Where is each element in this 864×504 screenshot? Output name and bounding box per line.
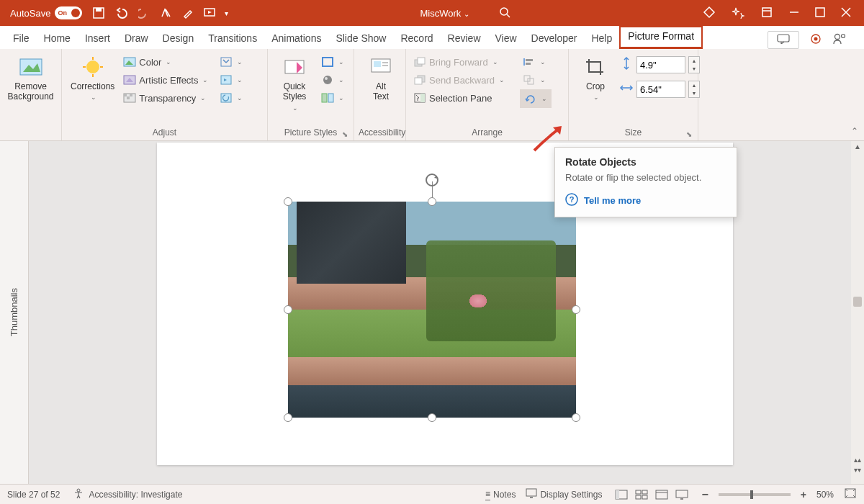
group-button[interactable]: ⌄ [520,71,552,89]
save-icon[interactable] [92,6,105,19]
prev-slide-icon[interactable]: ▴▴ [852,456,863,465]
picture-effects-button[interactable]: ⌄ [318,71,347,89]
compress-pictures-button[interactable]: ⌄ [217,53,246,71]
slide-counter[interactable]: Slide 27 of 52 [7,490,60,500]
height-up[interactable]: ▲ [689,57,699,65]
alt-text-button[interactable]: Alt Text [359,50,403,102]
tab-help[interactable]: Help [584,30,619,49]
rotate-button[interactable]: ⌄ [520,89,552,108]
fit-to-window-button[interactable] [844,487,857,501]
slideshow-view-button[interactable] [672,487,691,502]
svg-point-13 [814,37,818,41]
share-icon[interactable] [832,32,847,48]
touch-mode-icon[interactable] [160,6,173,19]
transparency-button[interactable]: Transparency⌄ [120,89,211,107]
redo-icon[interactable] [138,6,151,19]
tab-insert[interactable]: Insert [78,30,117,49]
tab-transitions[interactable]: Transitions [201,30,264,49]
align-icon [523,55,536,68]
quick-styles-button[interactable]: Quick Styles⌄ [272,50,317,112]
tab-home[interactable]: Home [37,30,78,49]
tab-slideshow[interactable]: Slide Show [328,30,393,49]
svg-line-4 [507,14,510,17]
tab-developer[interactable]: Developer [524,30,585,49]
scroll-thumb[interactable] [853,297,862,307]
tab-view[interactable]: View [488,30,524,49]
undo-icon[interactable] [114,6,130,19]
normal-view-button[interactable] [612,487,631,502]
thumbnails-pane[interactable]: Thumbnails [0,141,29,484]
resize-handle-s[interactable] [428,413,436,422]
resize-handle-se[interactable] [572,413,580,422]
svg-rect-68 [676,490,688,498]
tab-file[interactable]: File [6,30,37,49]
doc-title[interactable]: MiscWork ⌄ [420,8,469,19]
zoom-level[interactable]: 50% [816,490,834,500]
height-down[interactable]: ▼ [689,65,699,73]
vertical-scrollbar[interactable]: ▲ ▴▴ ▾▾ [851,141,864,484]
change-picture-button[interactable]: ⌄ [217,71,246,89]
selection-pane-button[interactable]: Selection Pane [410,89,518,107]
display-settings-button[interactable]: Display Settings [526,488,602,500]
zoom-out-button[interactable]: − [701,488,708,501]
collapse-ribbon-icon[interactable]: ⌃ [851,126,858,136]
width-up[interactable]: ▲ [689,81,699,89]
align-button[interactable]: ⌄ [520,53,552,71]
tab-record[interactable]: Record [393,30,440,49]
search-icon[interactable] [498,6,511,21]
crop-button[interactable]: Crop⌄ [573,50,618,102]
rotation-handle[interactable] [423,171,441,192]
sorter-view-button[interactable] [632,487,651,502]
notes-button[interactable]: ≡Notes [485,489,516,500]
height-field[interactable]: 4.9" [636,56,685,73]
zoom-slider[interactable] [719,493,791,496]
tab-picture-format[interactable]: Picture Format [619,26,703,49]
tab-animations[interactable]: Animations [264,30,328,49]
expand-thumbnails-icon[interactable]: › [14,289,17,298]
width-down[interactable]: ▼ [689,89,699,97]
autosave-toggle[interactable]: On [55,6,82,19]
next-slide-icon[interactable]: ▾▾ [852,466,863,475]
picture-border-button[interactable]: ⌄ [318,53,347,71]
reading-view-button[interactable] [652,487,671,502]
maximize-icon[interactable] [815,7,825,19]
comments-button[interactable] [768,31,799,49]
tooltip-tell-me-more[interactable]: ? Tell me more [565,193,726,208]
resize-handle-sw[interactable] [284,413,292,422]
resize-handle-w[interactable] [284,305,292,314]
picture-layout-button[interactable]: ⌄ [318,89,347,107]
accessibility-status[interactable]: Accessibility: Investigate [73,487,182,501]
catch-up-icon[interactable] [809,32,822,48]
present-icon[interactable] [203,6,216,19]
tab-draw[interactable]: Draw [117,30,156,49]
reset-picture-button[interactable]: ⌄ [217,89,246,107]
alt-text-icon [369,55,393,79]
color-button[interactable]: Color⌄ [120,53,211,71]
tab-review[interactable]: Review [441,30,488,49]
resize-handle-n[interactable] [428,197,436,206]
window-mode-icon[interactable] [760,6,773,21]
corrections-button[interactable]: Corrections⌄ [66,50,119,102]
picture-styles-launcher-icon[interactable]: ⬊ [342,130,348,138]
artistic-icon [123,73,136,86]
bring-forward-button[interactable]: Bring Forward⌄ [410,53,518,71]
group-icon [523,73,536,86]
eyedropper-icon[interactable] [181,6,194,19]
sparkle-icon[interactable] [732,6,744,21]
artistic-effects-button[interactable]: Artistic Effects⌄ [120,71,211,89]
selected-picture[interactable] [288,202,576,418]
resize-handle-e[interactable] [572,305,580,314]
resize-handle-nw[interactable] [284,197,292,206]
svg-point-34 [325,77,328,80]
tab-design[interactable]: Design [156,30,202,49]
minimize-icon[interactable] [789,7,799,19]
diamond-icon[interactable] [703,6,716,21]
width-field[interactable]: 6.54" [636,81,685,98]
close-icon[interactable] [841,7,851,19]
zoom-in-button[interactable]: + [801,489,806,500]
remove-background-button[interactable]: Remove Background [4,50,57,102]
send-backward-button[interactable]: Send Backward⌄ [410,71,518,89]
svg-rect-58 [526,489,536,496]
size-launcher-icon[interactable]: ⬊ [686,130,692,138]
reset-picture-icon [220,91,233,104]
